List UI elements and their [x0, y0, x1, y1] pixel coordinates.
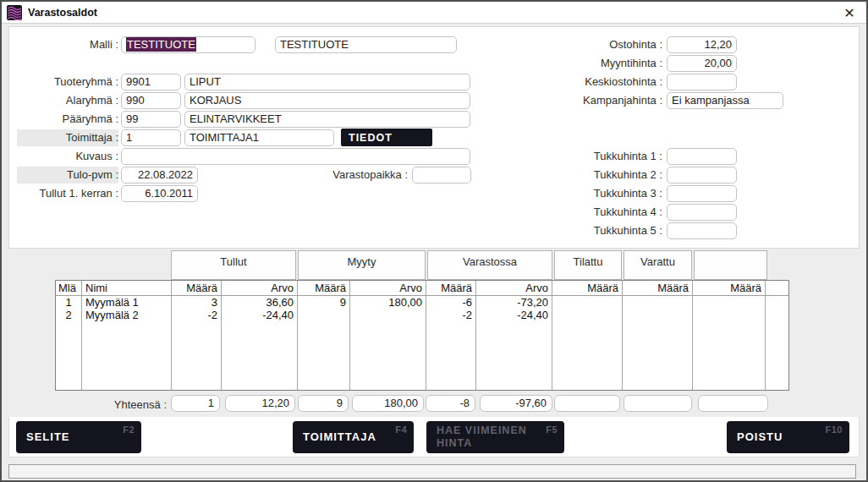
total-tullut-arvo: 12,20: [225, 395, 295, 412]
group-header-varattu: Varattu: [624, 250, 692, 280]
hae-viimeinen-hinta-button[interactable]: HAE VIIMEINEN HINTA F5: [426, 421, 564, 453]
yhteensa-label: Yhteensä :: [82, 397, 167, 414]
cell-varattu-maara: [623, 296, 693, 309]
ostohinta-label: Ostohinta :: [558, 36, 662, 53]
tulo-pvm-input[interactable]: 22.08.2022: [121, 167, 198, 183]
tiedot-button[interactable]: TIEDOT: [341, 129, 432, 146]
selite-button[interactable]: SELITE F2: [16, 421, 141, 453]
tuoteryhma-code-input[interactable]: 9901: [121, 74, 181, 90]
cell-tullut-arvo: 36,60: [222, 296, 298, 309]
ostohinta-input[interactable]: 12,20: [667, 36, 737, 53]
varastosaldot-window: Varastosaldot ✕ Malli : TESTITUOTE TESTI…: [0, 0, 868, 482]
cell-varastossa-maara: -6: [426, 296, 476, 309]
selite-fkey: F2: [123, 424, 135, 435]
toimittaja-button-label: TOIMITTAJA: [303, 430, 376, 444]
col-header-extra-maara: Määrä: [693, 281, 766, 295]
poistu-button[interactable]: POISTU F10: [727, 421, 849, 453]
tukkuhinta-5-label: Tukkuhinta 5 :: [558, 222, 662, 239]
keskiostohinta-input[interactable]: [667, 74, 737, 90]
toimittaja-code-input[interactable]: 1: [121, 129, 181, 146]
col-header-myyty-arvo: Arvo: [350, 281, 426, 295]
keskiostohinta-label: Keskiostohinta :: [558, 74, 662, 90]
col-header-varastossa-arvo: Arvo: [476, 281, 552, 295]
button-bar: SELITE F2 TOIMITTAJA F4 HAE VIIMEINEN HI…: [8, 417, 860, 457]
group-header-varastossa: Varastossa: [427, 250, 552, 280]
malli-label: Malli :: [17, 36, 118, 53]
varastopaikka-input[interactable]: [412, 167, 471, 183]
col-header-tilattu-maara: Määrä: [552, 281, 623, 295]
total-extra-maara: [698, 395, 768, 412]
cell-nimi: Myymälä 1: [82, 296, 172, 309]
tullut-1-kerran-input[interactable]: 6.10.2011: [121, 185, 198, 202]
table-row[interactable]: 2 Myymälä 2 -2 -24,40 -2 -24,40: [56, 309, 788, 321]
titlebar: Varastosaldot ✕: [2, 2, 866, 24]
paaryhma-name-input[interactable]: ELINTARVIKKEET: [184, 111, 470, 128]
cell-mla: 1: [56, 296, 82, 309]
cell-extra-maara: [693, 296, 766, 309]
cell-myyty-arvo: [350, 309, 426, 321]
malli-name-input[interactable]: TESTITUOTE: [275, 36, 457, 53]
cell-varastossa-arvo: -24,40: [476, 309, 552, 321]
group-header-empty: [694, 250, 767, 280]
malli-input[interactable]: TESTITUOTE: [121, 36, 255, 53]
poistu-button-label: POISTU: [737, 430, 783, 444]
tukkuhinta-2-input[interactable]: [667, 167, 737, 183]
cell-mla: 2: [56, 309, 82, 321]
tukkuhinta-4-input[interactable]: [667, 204, 737, 221]
alaryhma-name-input[interactable]: KORJAUS: [184, 92, 470, 109]
close-icon[interactable]: ✕: [839, 4, 860, 21]
tukkuhinta-1-label: Tukkuhinta 1 :: [558, 148, 662, 165]
alaryhma-code-input[interactable]: 990: [121, 92, 181, 109]
tukkuhinta-3-input[interactable]: [667, 185, 737, 202]
cell-tilattu-maara: [552, 309, 623, 321]
selite-button-label: SELITE: [26, 430, 70, 444]
cell-tilattu-maara: [552, 296, 623, 309]
group-header-tilattu: Tilattu: [554, 250, 622, 280]
paaryhma-code-input[interactable]: 99: [121, 111, 181, 128]
tukkuhinta-5-input[interactable]: [667, 222, 737, 239]
toimittaja-name-input[interactable]: TOIMITTAJA1: [184, 129, 334, 146]
poistu-fkey: F10: [826, 424, 843, 435]
toimittaja-button[interactable]: TOIMITTAJA F4: [293, 421, 414, 453]
cell-varastossa-maara: -2: [426, 309, 476, 321]
app-icon: [7, 5, 22, 20]
total-tullut-maara: 1: [171, 395, 220, 412]
hae-viimeinen-hinta-fkey: F5: [546, 424, 558, 435]
total-varastossa-arvo: -97,60: [480, 395, 552, 412]
alaryhma-label: Alaryhmä :: [17, 92, 118, 109]
cell-tullut-arvo: -24,40: [222, 309, 298, 321]
col-header-tullut-arvo: Arvo: [222, 281, 298, 295]
status-field: [8, 464, 856, 479]
group-header-tullut: Tullut: [171, 250, 296, 280]
col-header-mla: Mlä: [56, 281, 82, 295]
tukkuhinta-2-label: Tukkuhinta 2 :: [558, 167, 662, 183]
cell-myyty-maara: [298, 309, 350, 321]
total-varattu-maara: [624, 395, 692, 412]
tukkuhinta-1-input[interactable]: [667, 148, 737, 165]
table-header-row: Mlä Nimi Määrä Arvo Määrä Arvo Määrä Arv…: [56, 281, 788, 296]
tuoteryhma-label: Tuoteryhmä :: [17, 74, 118, 90]
total-tilattu-maara: [554, 395, 620, 412]
total-myyty-maara: 9: [298, 395, 349, 412]
malli-selected-text: TESTITUOTE: [126, 37, 196, 52]
kampanjahinta-input[interactable]: Ei kampanjassa: [667, 92, 783, 109]
paaryhma-label: Pääryhmä :: [17, 111, 118, 128]
toimittaja-label: Toimittaja :: [17, 129, 118, 146]
tulo-pvm-label: Tulo-pvm :: [17, 167, 118, 183]
group-header-myyty: Myyty: [298, 250, 426, 280]
myyntihinta-label: Myyntihinta :: [558, 55, 662, 72]
tuoteryhma-name-input[interactable]: LIPUT: [184, 74, 470, 90]
col-header-tullut-maara: Määrä: [172, 281, 222, 295]
cell-myyty-arvo: 180,00: [350, 296, 426, 309]
cell-extra-maara: [693, 309, 766, 321]
table-row[interactable]: 1 Myymälä 1 3 36,60 9 180,00 -6 -73,20: [56, 296, 788, 309]
cell-blank: [766, 296, 788, 309]
window-title: Varastosaldot: [28, 7, 97, 19]
cell-varastossa-arvo: -73,20: [476, 296, 552, 309]
table-filler-row: [56, 321, 788, 390]
kuvaus-label: Kuvaus :: [17, 148, 118, 165]
myyntihinta-input[interactable]: 20,00: [667, 55, 737, 72]
toimittaja-fkey: F4: [395, 424, 407, 435]
kuvaus-input[interactable]: [121, 148, 470, 165]
cell-tullut-maara: 3: [172, 296, 222, 309]
